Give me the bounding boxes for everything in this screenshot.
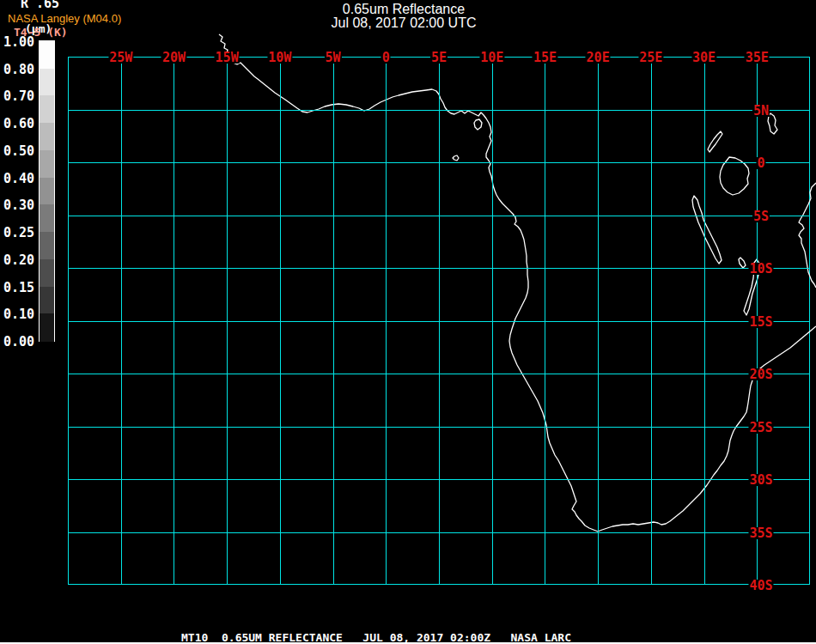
colorbar-tick-label: 0.20	[0, 252, 34, 268]
latitude-label: 40S	[748, 580, 773, 592]
parallel-gridline	[68, 110, 810, 111]
colorbar-segment	[40, 287, 54, 315]
product-label-reflectance: R .65	[21, 0, 59, 11]
longitude-label: 20E	[586, 52, 611, 64]
longitude-label: 15W	[215, 52, 240, 64]
page-title: 0.65um Reflectance	[232, 2, 575, 16]
parallel-gridline	[68, 374, 810, 374]
longitude-label: 5E	[430, 52, 448, 64]
colorbar-segment	[40, 313, 54, 342]
colorbar-segment	[40, 123, 54, 151]
page-subtitle-datetime: Jul 08, 2017 02:00 UTC	[232, 16, 575, 30]
latitude-label: 30S	[748, 474, 773, 486]
colorbar-tick-label: 0.70	[0, 88, 34, 104]
latitude-label: 0	[756, 157, 765, 169]
colorbar-segment	[40, 95, 54, 124]
colorbar-segment	[40, 41, 54, 70]
parallel-gridline	[68, 479, 810, 480]
longitude-label: 25W	[108, 52, 133, 64]
parallel-gridline	[68, 268, 810, 269]
colorbar-tick-label: 0.60	[0, 116, 34, 131]
colorbar-segment	[40, 232, 54, 260]
latitude-label: 10S	[748, 263, 773, 275]
colorbar-segment	[40, 69, 54, 97]
reflectance-colorbar	[39, 40, 55, 342]
longitude-label: 35E	[745, 52, 770, 64]
satellite-image-viewer: 0.65um Reflectance Jul 08, 2017 02:00 UT…	[0, 0, 816, 644]
colorbar-segment	[40, 259, 54, 288]
longitude-label: 25E	[638, 52, 663, 64]
parallel-gridline	[68, 216, 810, 216]
latitude-label: 15S	[748, 316, 773, 328]
latitude-label: 35S	[748, 527, 773, 539]
longitude-label: 0	[381, 52, 391, 64]
colorbar-tick-label: 0.00	[0, 334, 34, 349]
colorbar-segment	[40, 178, 54, 206]
colorbar-segment	[40, 204, 54, 233]
colorbar-tick-label: 1.00	[0, 34, 34, 50]
colorbar-tick-label: 0.15	[0, 280, 34, 295]
latitude-label: 5N	[752, 105, 770, 117]
longitude-label: 20W	[161, 52, 186, 64]
colorbar-tick-label: 0.50	[0, 143, 34, 159]
latitude-label: 25S	[748, 422, 773, 434]
colorbar-tick-label: 0.80	[0, 62, 34, 77]
parallel-gridline	[68, 162, 810, 163]
parallel-gridline	[68, 532, 810, 533]
colorbar-tick-label: 0.30	[0, 197, 34, 213]
colorbar-tick-label: 0.10	[0, 307, 34, 322]
longitude-label: 15E	[533, 52, 557, 64]
title-block: 0.65um Reflectance Jul 08, 2017 02:00 UT…	[232, 2, 575, 30]
parallel-gridline	[68, 427, 810, 428]
latitude-label: 20S	[748, 368, 773, 380]
colorbar-segment	[40, 150, 54, 179]
longitude-label: 5W	[325, 52, 342, 64]
parallel-gridline	[68, 321, 810, 322]
latitude-label: 5S	[752, 210, 770, 222]
colorbar-tick-label: 0.40	[0, 171, 34, 186]
colorbar-tick-label: 0.25	[0, 225, 34, 240]
longitude-label: 10W	[267, 52, 292, 64]
longitude-label: 30E	[691, 52, 716, 64]
longitude-label: 10E	[479, 52, 504, 64]
